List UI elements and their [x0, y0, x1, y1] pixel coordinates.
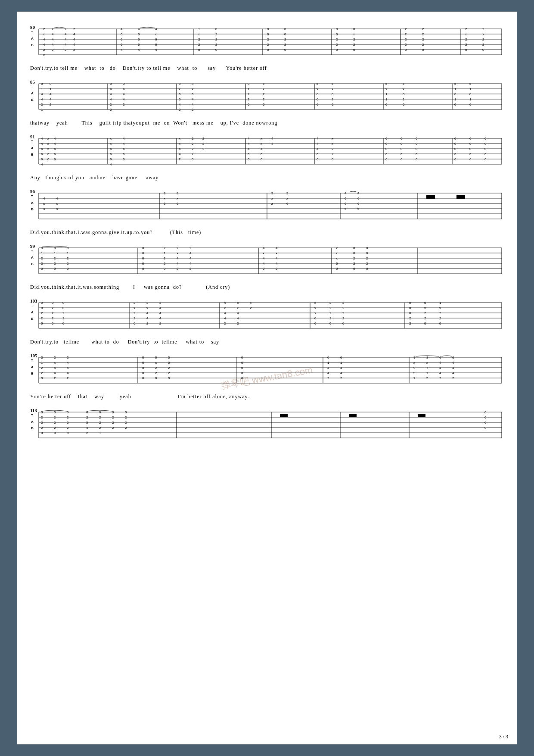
svg-text:6: 6 [317, 103, 319, 106]
svg-text:x: x [332, 87, 333, 91]
svg-rect-345 [456, 195, 465, 199]
svg-text:0: 0 [424, 301, 426, 305]
svg-text:0: 0 [454, 142, 456, 146]
svg-text:4: 4 [41, 147, 43, 151]
svg-text:6: 6 [484, 152, 487, 156]
svg-text:2: 2 [179, 108, 181, 112]
svg-text:x: x [261, 137, 262, 141]
tab-staff-99: T A B 0 0 0 1 1 1 2 2 2 2 2 2 0 0 0 [30, 244, 504, 282]
svg-text:4: 4 [317, 137, 319, 141]
svg-text:2: 2 [198, 43, 200, 47]
svg-text:2: 2 [112, 421, 114, 425]
svg-text:4: 4 [41, 92, 43, 96]
svg-text:6: 6 [469, 152, 472, 156]
svg-text:x: x [413, 361, 415, 365]
svg-text:0: 0 [469, 137, 472, 141]
measure-number-85: 85 [30, 79, 35, 84]
svg-text:2: 2 [336, 43, 338, 47]
svg-text:2: 2 [168, 371, 170, 375]
svg-text:4: 4 [110, 162, 112, 166]
svg-text:0: 0 [168, 356, 170, 359]
svg-text:x: x [52, 306, 53, 310]
svg-text:0: 0 [67, 410, 69, 414]
svg-text:2: 2 [123, 103, 125, 106]
svg-text:2: 2 [202, 142, 205, 146]
tab-staff-85: T A B 0 0 1 1 4 4 4 4 2 2 1 0 0 4 [30, 79, 504, 118]
svg-text:4: 4 [192, 103, 194, 106]
svg-text:0: 0 [41, 322, 43, 325]
svg-text:2: 2 [405, 27, 407, 31]
svg-text:0: 0 [336, 32, 338, 36]
svg-text:2: 2 [67, 415, 69, 419]
svg-text:x: x [250, 301, 251, 305]
svg-text:2: 2 [327, 376, 329, 380]
measure-number-91: 91 [30, 134, 35, 139]
svg-text:x: x [198, 32, 200, 36]
svg-text:0: 0 [484, 142, 487, 146]
svg-text:4: 4 [248, 147, 250, 151]
svg-text:1: 1 [248, 87, 250, 91]
svg-text:2: 2 [439, 316, 441, 320]
svg-text:7: 7 [413, 376, 416, 380]
svg-text:x: x [426, 361, 428, 365]
lyrics-85: thatway yeah This guilt trip thatyouput … [30, 120, 504, 126]
svg-text:0: 0 [416, 137, 418, 141]
svg-text:4: 4 [159, 316, 161, 320]
svg-text:A: A [31, 91, 34, 95]
svg-text:0: 0 [125, 410, 127, 414]
svg-text:0: 0 [134, 322, 136, 325]
svg-text:2: 2 [41, 371, 43, 375]
svg-text:0: 0 [142, 251, 144, 255]
svg-text:0: 0 [67, 246, 69, 250]
svg-text:6: 6 [138, 43, 140, 47]
svg-text:4: 4 [276, 246, 278, 250]
svg-text:2: 2 [424, 311, 426, 315]
svg-text:8: 8 [192, 82, 194, 86]
svg-text:4: 4 [52, 43, 54, 47]
svg-text:0: 0 [314, 316, 317, 320]
svg-text:2: 2 [405, 32, 407, 36]
svg-text:4: 4 [138, 48, 140, 52]
lyrics-96: Did.you.think.that.I.was.gonna.give.it.u… [30, 229, 504, 236]
svg-text:6: 6 [164, 202, 166, 206]
svg-text:4: 4 [121, 48, 123, 52]
svg-text:A: A [31, 420, 34, 424]
svg-text:2: 2 [110, 103, 112, 106]
svg-text:6: 6 [110, 157, 112, 161]
svg-text:6: 6 [400, 157, 403, 161]
svg-text:0: 0 [142, 376, 144, 380]
svg-text:x: x [155, 32, 157, 36]
svg-text:2: 2 [237, 322, 239, 325]
svg-text:2: 2 [159, 301, 161, 305]
svg-text:0: 0 [284, 27, 286, 31]
svg-text:4: 4 [177, 262, 179, 266]
svg-text:0: 0 [385, 147, 388, 151]
svg-text:1: 1 [385, 92, 388, 96]
svg-text:6: 6 [179, 92, 181, 96]
svg-text:0: 0 [329, 322, 332, 325]
svg-text:4: 4 [50, 92, 52, 96]
svg-text:0: 0 [248, 82, 250, 86]
svg-text:2: 2 [439, 311, 441, 315]
svg-text:2: 2 [41, 311, 43, 315]
svg-text:4: 4 [123, 97, 125, 101]
svg-text:x: x [263, 82, 264, 86]
svg-text:0: 0 [241, 366, 243, 370]
svg-text:4: 4 [224, 311, 226, 315]
svg-text:0: 0 [366, 246, 368, 250]
svg-text:2: 2 [215, 32, 217, 36]
svg-text:4: 4 [123, 147, 125, 151]
svg-text:2: 2 [267, 43, 269, 47]
svg-text:0: 0 [366, 267, 368, 271]
svg-text:6: 6 [138, 37, 140, 41]
svg-text:0: 0 [317, 92, 319, 96]
svg-text:2: 2 [177, 246, 179, 250]
svg-text:0: 0 [332, 157, 334, 161]
lyrics-80: Don't.try.to tell me what to do Don't.tr… [30, 65, 504, 72]
svg-text:0: 0 [192, 157, 194, 161]
svg-text:9: 9 [179, 82, 181, 86]
svg-text:0: 0 [336, 48, 338, 52]
svg-text:2: 2 [248, 92, 250, 96]
svg-text:9: 9 [413, 366, 416, 370]
svg-text:2: 2 [189, 267, 192, 271]
